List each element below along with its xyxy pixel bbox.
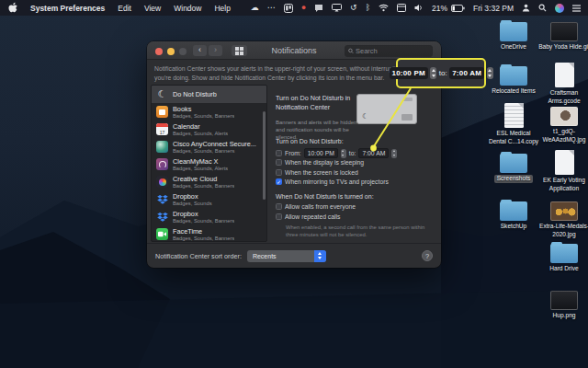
pane-title: Turn on Do Not Disturb in Notification C… xyxy=(276,94,360,111)
from-time-field[interactable]: 10:00 PM xyxy=(304,148,338,158)
call-option-checkbox[interactable] xyxy=(276,203,282,210)
folder-icon xyxy=(500,66,527,86)
file-name: Baby Yoda Hide.gif xyxy=(538,43,588,52)
menu-help[interactable]: Help xyxy=(208,4,236,13)
desktop-icon-hard-drive[interactable]: Hard Drive xyxy=(538,240,588,273)
bluetooth-icon[interactable]: ᛒ xyxy=(366,3,370,14)
spotlight-icon[interactable] xyxy=(538,3,547,14)
schedule-checkbox[interactable] xyxy=(276,150,282,156)
desktop-icon-esl-medical-dental-c-14-copy[interactable]: ESL Medical Dental C...14.copy xyxy=(488,103,539,145)
siri-icon[interactable] xyxy=(555,3,564,14)
call-option-label: Allow repeated calls xyxy=(285,213,340,220)
desktop-icon-extra-life-medals-2020-jpg[interactable]: Extra-Life-Medals-2020.jpg xyxy=(538,198,588,238)
dnd-option-row: When the screen is locked xyxy=(276,169,389,176)
sort-order-value: Recents xyxy=(253,253,277,259)
sidebar-item-books[interactable]: BooksBadges, Sounds, Banners xyxy=(152,103,266,121)
dnd-option-row: When the display is sleeping xyxy=(276,159,389,166)
dnd-option-checkbox[interactable] xyxy=(276,159,282,166)
desktop-icon-sketchup[interactable]: SketchUp xyxy=(488,198,539,231)
app-alert-styles: Badges, Sounds, Alerts xyxy=(173,131,228,136)
menu-bar-status: ☁⋯●↺ᛒ21%Fri 3:32 PM xyxy=(251,3,588,14)
menu-system-preferences[interactable]: System Preferences xyxy=(24,4,111,13)
fast-user-switch-icon[interactable] xyxy=(522,3,530,14)
trello-icon[interactable] xyxy=(284,3,293,14)
dnd-options: When the display is sleepingWhen the scr… xyxy=(276,159,389,185)
apple-menu[interactable] xyxy=(0,2,24,14)
to-time-stepper[interactable] xyxy=(391,149,397,158)
app-alert-styles: Badges, Sounds, Banners xyxy=(173,148,256,154)
desktop-icon-relocated-items[interactable]: Relocated Items xyxy=(488,63,539,96)
scrollbar[interactable] xyxy=(263,111,266,200)
menu-bar-menus: System PreferencesEditViewWindowHelp xyxy=(24,4,237,13)
sidebar-item-cleanmymac-x[interactable]: CleanMyMac XBadges, Sounds, Alerts xyxy=(152,155,266,173)
overflow-dots-icon[interactable]: ⋯ xyxy=(267,3,276,14)
title-bar[interactable]: ‹ › Notifications xyxy=(147,41,441,60)
menu-view[interactable]: View xyxy=(138,4,167,13)
search-field[interactable] xyxy=(345,45,433,57)
airplay-display-icon[interactable] xyxy=(332,3,342,14)
chat-icon[interactable] xyxy=(314,3,323,14)
file-name: ESL Medical Dental C...14.copy xyxy=(488,130,539,145)
dnd-option-checkbox[interactable] xyxy=(276,169,282,176)
dropbox-icon xyxy=(156,193,168,205)
desktop-icon-onedrive[interactable]: OneDrive xyxy=(488,18,539,52)
sidebar-item-calendar[interactable]: CalendarBadges, Sounds, Alerts xyxy=(152,121,266,138)
from-time-stepper[interactable] xyxy=(341,149,346,158)
battery-icon[interactable] xyxy=(451,3,465,14)
notification-center-icon[interactable] xyxy=(572,3,581,14)
wifi-icon[interactable] xyxy=(379,3,389,14)
cleanmymac-icon xyxy=(156,158,168,170)
app-name: Cisco AnyConnect Secure... xyxy=(173,140,256,148)
moon-icon: ☾ xyxy=(156,88,168,100)
menu-window[interactable]: Window xyxy=(167,4,208,13)
image-light-icon xyxy=(550,107,578,126)
help-button[interactable]: ? xyxy=(422,250,433,261)
apple-icon xyxy=(8,2,18,14)
callout-to-time-field[interactable]: 7:00 AM xyxy=(449,67,484,79)
callout-from-stepper[interactable] xyxy=(430,67,436,79)
desktop: System PreferencesEditViewWindowHelp ☁⋯●… xyxy=(0,0,588,368)
window-footer: Notification Center sort order: Recents … xyxy=(147,243,441,268)
callout-from-time-field[interactable]: 10:00 PM xyxy=(390,67,428,79)
to-time-field[interactable]: 7:00 AM xyxy=(358,148,389,158)
app-alert-styles: Badges, Sounds, Alerts xyxy=(173,166,228,171)
dnd-option-checkbox[interactable]: ✓ xyxy=(276,178,282,185)
red-status-icon[interactable]: ● xyxy=(301,3,306,14)
app-name: Creative Cloud xyxy=(173,175,234,183)
sidebar-item-cisco-anyconnect-secure-[interactable]: Cisco AnyConnect Secure...Badges, Sounds… xyxy=(152,138,266,155)
globe-icon xyxy=(156,141,168,153)
image-medals-icon xyxy=(550,201,578,221)
desktop-icon-hup-png[interactable]: Hup.png xyxy=(538,287,588,320)
schedule-callout: 10:00 PM to: 7:00 AM xyxy=(396,58,486,88)
window-switcher-icon[interactable] xyxy=(397,3,406,14)
schedule-row: From: 10:00 PM to: 7:00 AM xyxy=(276,148,397,158)
desktop-icon-craftsman-arms-gcode[interactable]: Craftsman Arms.gcode xyxy=(538,63,588,105)
creative-cloud-icon xyxy=(156,176,168,188)
sidebar-item-dropbox[interactable]: DropboxBadges, Sounds, Banners xyxy=(152,208,266,225)
search-icon xyxy=(348,48,354,54)
callout-to-stepper[interactable] xyxy=(487,67,493,79)
onedrive-cloud-icon[interactable]: ☁ xyxy=(251,3,259,14)
desktop-icon-t1-gdq-weaazdmq-jpg[interactable]: t1_gdQ-WeAAzdMQ.jpg xyxy=(538,103,588,144)
menu-bar-clock[interactable]: Fri 3:32 PM xyxy=(473,4,514,13)
app-alert-styles: Badges, Sounds, Banners xyxy=(173,236,234,241)
file-name: Hup.png xyxy=(553,312,576,320)
desktop-icon-ek-early-voting-application[interactable]: EK Early Voting Application xyxy=(538,150,588,192)
sort-order-dropdown[interactable]: Recents xyxy=(247,250,326,262)
folder-icon xyxy=(550,244,578,263)
sidebar-item-dropbox[interactable]: DropboxBadges, Sounds xyxy=(152,190,266,208)
facetime-icon xyxy=(156,228,168,240)
desktop-icon-baby-yoda-hide-gif[interactable]: Baby Yoda Hide.gif xyxy=(538,18,588,52)
sidebar-item-do-not-disturb[interactable]: ☾Do Not Disturb xyxy=(152,86,266,103)
sidebar-item-creative-cloud[interactable]: Creative CloudBadges, Sounds, Banners xyxy=(152,173,266,190)
desktop-icon-screenshots[interactable]: Screenshots xyxy=(488,150,539,183)
search-input[interactable] xyxy=(356,47,429,55)
app-alert-styles: Badges, Sounds, Banners xyxy=(173,218,234,224)
volume-icon[interactable] xyxy=(414,3,424,14)
time-machine-icon[interactable]: ↺ xyxy=(350,3,357,14)
sidebar-item-facetime[interactable]: FaceTimeBadges, Sounds, Banners xyxy=(152,225,266,242)
menu-edit[interactable]: Edit xyxy=(111,4,138,13)
file-name: Relocated Items xyxy=(492,87,536,96)
call-option-checkbox[interactable] xyxy=(276,213,282,220)
app-name: Dropbox xyxy=(173,192,212,201)
